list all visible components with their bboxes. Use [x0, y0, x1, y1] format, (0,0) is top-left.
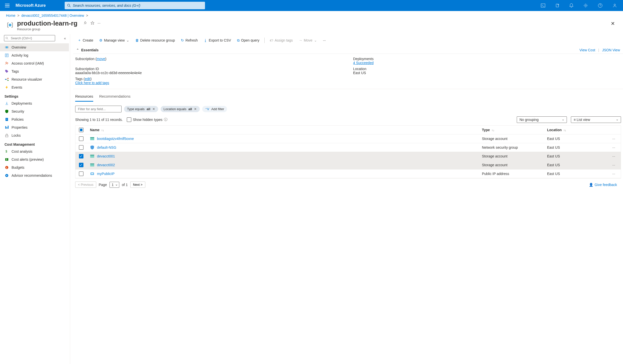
add-tags-link[interactable]: Click here to add tags	[75, 81, 109, 85]
next-button[interactable]: Next >	[130, 181, 145, 188]
view-select[interactable]: ≡ List view	[571, 116, 621, 123]
cloud-shell-icon[interactable]	[538, 2, 548, 10]
table-row[interactable]: ✓devacct001Storage accountEast US···	[75, 152, 621, 161]
sidebar-item-cost-analysis[interactable]: $ Cost analysis	[0, 147, 69, 155]
move-button[interactable]: →Move ⌄	[296, 37, 319, 44]
move-subscription-link[interactable]: move	[97, 57, 105, 61]
row-more-icon[interactable]: ···	[612, 145, 619, 149]
export-csv-button[interactable]: ⭳Export to CSV	[201, 37, 234, 44]
chevron-up-icon[interactable]: ⌃	[76, 48, 79, 52]
page-select[interactable]: 1	[110, 182, 120, 188]
azure-topbar: Microsoft Azure	[0, 0, 623, 11]
view-cost-link[interactable]: View Cost	[579, 48, 595, 52]
col-location[interactable]: Location ↑↓	[547, 128, 612, 132]
sidebar-item-policies[interactable]: Policies	[0, 115, 69, 123]
sidebar-search-input[interactable]	[4, 35, 55, 41]
pager: < Previous Page 1 of 1 Next > 👤Give feed…	[73, 178, 623, 191]
resource-name-link[interactable]: bootdiagstzv4fmlf5oxne	[97, 137, 134, 141]
more-icon[interactable]: ···	[97, 21, 100, 25]
sidebar-item-events[interactable]: Events	[0, 83, 69, 91]
svg-point-5	[614, 4, 615, 6]
close-blade-icon[interactable]: ✕	[609, 20, 617, 28]
row-checkbox[interactable]	[79, 145, 83, 150]
info-icon[interactable]: ⓘ	[164, 117, 167, 122]
favorite-icon[interactable]	[90, 21, 94, 25]
edit-tags-link[interactable]: edit	[85, 77, 90, 81]
delete-button[interactable]: 🗑Delete resource group	[133, 37, 178, 44]
row-checkbox[interactable]: ✓	[79, 163, 83, 167]
filter-input[interactable]	[75, 106, 122, 112]
json-view-link[interactable]: JSON View	[602, 48, 620, 52]
hamburger-menu-icon[interactable]	[3, 2, 12, 9]
refresh-label: Refresh	[185, 38, 198, 42]
location-filter-pill[interactable]: Location equals all✕	[161, 106, 200, 112]
global-search-input[interactable]	[73, 4, 202, 8]
manage-view-button[interactable]: ⚙Manage view ⌄	[97, 37, 132, 44]
table-row[interactable]: default-NSGNetwork security groupEast US…	[75, 143, 621, 152]
search-icon	[6, 37, 9, 40]
sidebar-item-deployments[interactable]: Deployments	[0, 99, 69, 107]
assign-tags-button[interactable]: 🏷Assign tags	[267, 37, 295, 44]
notifications-icon[interactable]	[566, 1, 576, 10]
assign-tags-label: Assign tags	[275, 38, 293, 42]
sidebar-item-activity[interactable]: Activity log	[0, 51, 69, 59]
create-button[interactable]: ＋Create	[75, 37, 96, 44]
collapse-sidebar-icon[interactable]: «	[63, 35, 67, 41]
row-checkbox[interactable]	[79, 171, 83, 176]
type-filter-pill[interactable]: Type equals all✕	[124, 106, 158, 112]
resource-name-link[interactable]: default-NSG	[97, 145, 116, 149]
sidebar-item-cost-alerts[interactable]: $ Cost alerts (preview)	[0, 155, 69, 163]
tab-recommendations[interactable]: Recommendations	[99, 92, 131, 102]
row-more-icon[interactable]: ···	[612, 172, 619, 176]
add-filter-button[interactable]: ⁺ᐯAdd filter	[202, 106, 227, 112]
select-all-checkbox[interactable]	[79, 128, 83, 132]
table-row[interactable]: myPublicIPPublic IP addressEast US···	[75, 169, 621, 178]
tab-resources[interactable]: Resources	[75, 92, 93, 102]
row-checkbox[interactable]: ✓	[79, 154, 83, 158]
svg-point-13	[8, 78, 9, 79]
breadcrumb-path[interactable]: devacct002_1659554017448 | Overview	[21, 14, 84, 18]
sidebar-item-overview[interactable]: Overview	[0, 43, 69, 51]
close-icon[interactable]: ✕	[194, 107, 197, 111]
sidebar-item-visualizer[interactable]: Resource visualizer	[0, 75, 69, 83]
deployments-icon	[5, 101, 9, 105]
settings-icon[interactable]	[580, 1, 591, 10]
sidebar-item-advisor[interactable]: Advisor recommendations	[0, 171, 69, 179]
open-query-button[interactable]: ⧉Open query	[235, 37, 262, 44]
sidebar-item-budgets[interactable]: $ Budgets	[0, 163, 69, 171]
sidebar-item-security[interactable]: Security	[0, 107, 69, 115]
svg-point-7	[6, 37, 8, 39]
refresh-button[interactable]: ↻Refresh	[178, 37, 200, 44]
prev-button[interactable]: < Previous	[75, 181, 96, 188]
more-toolbar-button[interactable]: ···	[321, 37, 329, 44]
help-icon[interactable]	[595, 1, 605, 10]
table-row[interactable]: bootdiagstzv4fmlf5oxneStorage accountEas…	[75, 134, 621, 143]
row-more-icon[interactable]: ···	[612, 163, 619, 167]
pin-icon[interactable]	[83, 21, 87, 25]
grouping-select[interactable]: No grouping	[517, 116, 567, 123]
sidebar-item-locks[interactable]: Locks	[0, 131, 69, 139]
close-icon[interactable]: ✕	[152, 107, 155, 111]
resource-name-link[interactable]: devacct002	[97, 163, 115, 167]
deployments-link[interactable]: 4 Succeeded	[353, 61, 374, 65]
overview-icon	[5, 45, 9, 49]
col-type[interactable]: Type ↑↓	[482, 128, 547, 132]
col-name[interactable]: Name ↑↓	[90, 128, 482, 132]
directories-icon[interactable]	[552, 2, 562, 10]
resource-name-link[interactable]: myPublicIP	[97, 172, 115, 176]
resource-name-link[interactable]: devacct001	[97, 154, 115, 158]
brand-label[interactable]: Microsoft Azure	[16, 3, 46, 8]
breadcrumb-home[interactable]: Home	[6, 14, 15, 18]
row-more-icon[interactable]: ···	[612, 137, 619, 141]
hidden-types-toggle[interactable]: Show hidden types ⓘ	[127, 117, 167, 122]
table-row[interactable]: ✓devacct002Storage accountEast US···	[75, 161, 621, 169]
sidebar-item-iam[interactable]: Access control (IAM)	[0, 59, 69, 67]
global-search[interactable]	[65, 2, 205, 9]
row-more-icon[interactable]: ···	[612, 154, 619, 158]
row-checkbox[interactable]	[79, 136, 83, 141]
sidebar-item-properties[interactable]: Properties	[0, 123, 69, 131]
give-feedback-link[interactable]: 👤Give feedback	[589, 183, 617, 187]
feedback-icon[interactable]	[609, 1, 620, 10]
query-icon: ⧉	[237, 38, 240, 43]
sidebar-item-tags[interactable]: Tags	[0, 67, 69, 75]
